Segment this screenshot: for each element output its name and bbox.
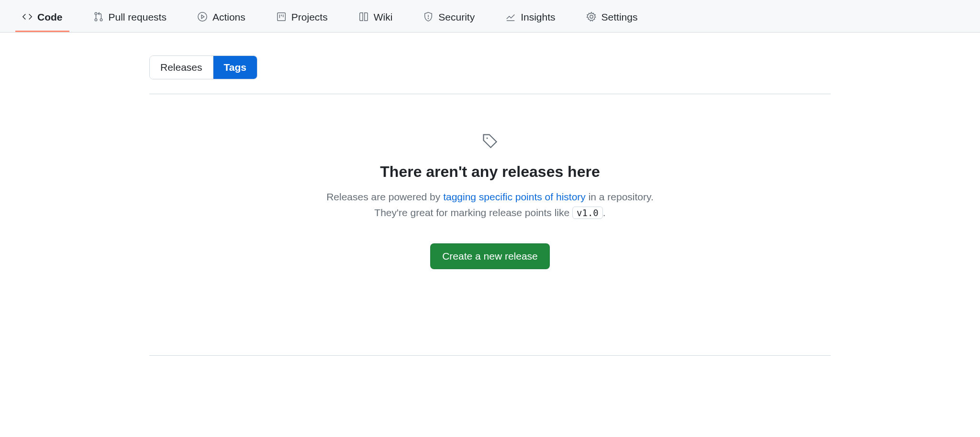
repo-nav-label: Security (438, 12, 475, 22)
create-release-button[interactable]: Create a new release (430, 243, 550, 269)
blankslate-description: Releases are powered by tagging specific… (159, 189, 821, 220)
repo-nav-security[interactable]: Security (416, 6, 481, 32)
subnav-releases[interactable]: Releases (150, 56, 213, 79)
repo-nav-label: Code (37, 12, 63, 22)
repo-nav-code[interactable]: Code (15, 6, 69, 32)
subnav-label: Tags (224, 62, 246, 73)
repo-nav-label: Wiki (374, 12, 393, 22)
subnav-tags[interactable]: Tags (213, 56, 257, 79)
tagging-history-link[interactable]: tagging specific points of history (443, 191, 586, 202)
project-icon (276, 11, 287, 22)
repo-nav-pull-requests[interactable]: Pull requests (87, 6, 173, 32)
repo-nav-label: Actions (212, 12, 245, 22)
repo-nav-actions[interactable]: Actions (190, 6, 252, 32)
repo-nav-insights[interactable]: Insights (499, 6, 562, 32)
gear-icon (586, 11, 597, 22)
repo-nav-projects[interactable]: Projects (269, 6, 334, 32)
repo-nav-wiki[interactable]: Wiki (352, 6, 400, 32)
divider-bottom (149, 355, 831, 356)
svg-marker-5 (201, 15, 204, 18)
play-icon (197, 11, 208, 22)
repo-nav-label: Insights (521, 12, 555, 22)
main-container: Releases Tags There aren't any releases … (126, 33, 854, 356)
book-icon (358, 11, 369, 22)
svg-point-3 (100, 19, 102, 21)
graph-icon (505, 11, 516, 22)
code-icon (22, 11, 33, 22)
svg-rect-6 (278, 13, 286, 21)
svg-point-1 (95, 19, 97, 21)
svg-point-4 (198, 12, 207, 21)
releases-tags-subnav: Releases Tags (149, 55, 257, 79)
repo-nav: Code Pull requests Actions Projects Wiki… (0, 0, 980, 33)
blankslate: There aren't any releases here Releases … (149, 94, 831, 298)
subnav-label: Releases (160, 62, 202, 73)
svg-point-11 (428, 18, 429, 19)
blankslate-title: There aren't any releases here (159, 163, 821, 181)
svg-point-14 (487, 138, 488, 139)
repo-nav-label: Pull requests (109, 12, 167, 22)
tag-icon (481, 132, 499, 150)
git-pull-request-icon (93, 11, 104, 22)
svg-point-13 (590, 15, 592, 18)
repo-nav-label: Settings (601, 12, 638, 22)
version-code-example: v1.0 (572, 207, 603, 219)
shield-icon (423, 11, 434, 22)
repo-nav-settings[interactable]: Settings (579, 6, 645, 32)
repo-nav-label: Projects (291, 12, 328, 22)
svg-point-0 (95, 12, 97, 15)
